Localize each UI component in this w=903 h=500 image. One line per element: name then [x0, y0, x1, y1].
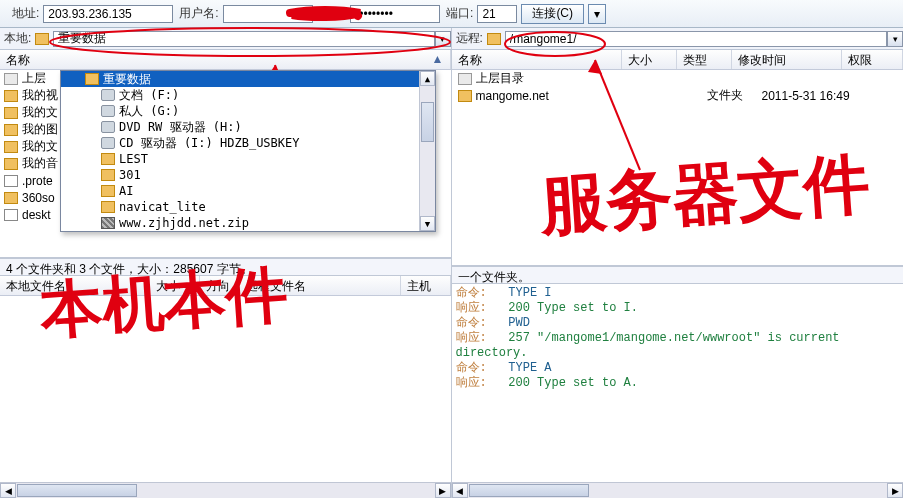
cell-mtime: 2011-5-31 16:49 — [756, 89, 866, 103]
dropdown-item[interactable]: DVD RW 驱动器 (H:) — [61, 119, 419, 135]
col-size[interactable]: 大小 — [150, 276, 200, 295]
item-icon — [4, 73, 18, 85]
transfer-queue-body[interactable] — [0, 296, 451, 483]
item-icon — [4, 175, 18, 187]
item-icon — [4, 90, 18, 102]
sort-asc-icon: ▲ — [432, 52, 444, 66]
table-row[interactable]: mangome.net文件夹2011-5-31 16:49 — [452, 87, 904, 104]
list-item[interactable]: 360so — [0, 189, 58, 206]
local-file-area[interactable]: 上层我的视我的文我的图我的文我的音.prote360sodeskt 重要数据文档… — [0, 70, 451, 258]
cell-type: 文件夹 — [701, 87, 756, 104]
remote-status-bar: 一个文件夹。 — [452, 266, 904, 284]
item-label: 上层 — [22, 70, 46, 87]
dropdown-scrollbar[interactable]: ▲ ▼ — [419, 71, 435, 231]
remote-path-input[interactable] — [505, 31, 887, 47]
log-line: 响应: 257 "/mangome1/mangome.net/wwwroot" … — [456, 331, 900, 361]
connect-button[interactable]: 连接(C) — [521, 4, 584, 24]
item-icon — [101, 201, 115, 213]
connect-dropdown-button[interactable]: ▾ — [588, 4, 606, 24]
col-type[interactable]: 类型 — [677, 50, 732, 69]
col-size[interactable]: 大小 — [622, 50, 677, 69]
log-line: 响应: 200 Type set to A. — [456, 376, 900, 391]
col-mtime[interactable]: 修改时间 — [732, 50, 842, 69]
dropdown-item[interactable]: 文档 (F:) — [61, 87, 419, 103]
col-remotefile[interactable]: 远程文件名 — [240, 276, 401, 295]
remote-path-dropdown[interactable]: ▾ — [887, 31, 903, 47]
username-input[interactable] — [223, 5, 313, 23]
item-label: 我的视 — [22, 87, 58, 104]
item-label: navicat_lite — [119, 200, 206, 214]
password-input[interactable] — [350, 5, 440, 23]
local-hscrollbar[interactable]: ◀ ▶ — [0, 482, 451, 498]
item-icon — [85, 73, 99, 85]
transfer-queue-header: 本地文件名 大小 方向 远程文件名 主机 — [0, 276, 451, 296]
col-localfile[interactable]: 本地文件名 — [0, 276, 150, 295]
scroll-left-icon[interactable]: ◀ — [452, 483, 468, 498]
list-item[interactable]: 上层 — [0, 70, 58, 87]
pass-label: 密码: — [319, 5, 346, 22]
local-pane: 本地: ▾ 名称 ▲ 上层我的视我的文我的图我的文我的音.prote360sod… — [0, 28, 452, 498]
cell-name: 上层目录 — [476, 70, 646, 87]
connection-bar: 地址: 用户名: 密码: 端口: 连接(C) ▾ — [0, 0, 903, 28]
col-host[interactable]: 主机 — [401, 276, 451, 295]
cell-name: mangome.net — [476, 89, 646, 103]
col-name[interactable]: 名称 — [452, 50, 622, 69]
local-path-dropdown[interactable]: ▾ — [435, 31, 451, 47]
local-list-header: 名称 ▲ — [0, 50, 451, 70]
scroll-right-icon[interactable]: ▶ — [435, 483, 451, 498]
dropdown-item[interactable]: CD 驱动器 (I:) HDZB_USBKEY — [61, 135, 419, 151]
list-item[interactable]: 我的文 — [0, 138, 58, 155]
dropdown-item[interactable]: AI — [61, 183, 419, 199]
item-icon — [101, 121, 115, 133]
item-label: www.zjhjdd.net.zip — [119, 216, 249, 230]
col-name[interactable]: 名称 ▲ — [0, 50, 451, 69]
dropdown-item[interactable]: www.zjhjdd.net.zip — [61, 215, 419, 231]
dropdown-item[interactable]: 301 — [61, 167, 419, 183]
user-label: 用户名: — [179, 5, 218, 22]
item-icon — [101, 185, 115, 197]
item-label: 文档 (F:) — [119, 87, 179, 104]
item-icon — [4, 141, 18, 153]
local-address-row: 本地: ▾ — [0, 28, 451, 50]
item-label: LEST — [119, 152, 148, 166]
ftp-log[interactable]: 命令: TYPE I响应: 200 Type set to I.命令: PWD响… — [452, 284, 904, 483]
col-perm[interactable]: 权限 — [842, 50, 904, 69]
item-label: 360so — [22, 191, 55, 205]
item-label: .prote — [22, 174, 53, 188]
scroll-up-icon[interactable]: ▲ — [420, 71, 435, 86]
scroll-left-icon[interactable]: ◀ — [0, 483, 16, 498]
list-item[interactable]: 我的文 — [0, 104, 58, 121]
item-label: 我的图 — [22, 121, 58, 138]
remote-label: 远程: — [456, 30, 483, 47]
item-label: 我的音 — [22, 155, 58, 172]
address-input[interactable] — [43, 5, 173, 23]
dropdown-item[interactable]: 私人 (G:) — [61, 103, 419, 119]
remote-file-area[interactable]: 上层目录mangome.net文件夹2011-5-31 16:49 — [452, 70, 904, 266]
scroll-down-icon[interactable]: ▼ — [420, 216, 435, 231]
folder-icon — [35, 33, 49, 45]
list-item[interactable]: .prote — [0, 172, 58, 189]
dropdown-item[interactable]: 重要数据 — [61, 71, 419, 87]
port-input[interactable] — [477, 5, 517, 23]
dropdown-item[interactable]: LEST — [61, 151, 419, 167]
table-row[interactable]: 上层目录 — [452, 70, 904, 87]
list-item[interactable]: 我的视 — [0, 87, 58, 104]
remote-hscrollbar[interactable]: ◀ ▶ — [452, 482, 904, 498]
item-icon — [101, 137, 115, 149]
item-icon — [458, 73, 472, 85]
local-path-dropdown-panel[interactable]: 重要数据文档 (F:)私人 (G:)DVD RW 驱动器 (H:)CD 驱动器 … — [60, 70, 436, 232]
list-item[interactable]: 我的音 — [0, 155, 58, 172]
item-label: deskt — [22, 208, 51, 222]
list-item[interactable]: 我的图 — [0, 121, 58, 138]
log-line: 响应: 200 Type set to I. — [456, 301, 900, 316]
scroll-thumb[interactable] — [421, 102, 434, 142]
hscroll-thumb[interactable] — [17, 484, 137, 497]
addr-label: 地址: — [12, 5, 39, 22]
hscroll-thumb[interactable] — [469, 484, 589, 497]
dropdown-item[interactable]: navicat_lite — [61, 199, 419, 215]
scroll-right-icon[interactable]: ▶ — [887, 483, 903, 498]
item-label: 私人 (G:) — [119, 103, 179, 120]
col-direction[interactable]: 方向 — [200, 276, 240, 295]
list-item[interactable]: deskt — [0, 206, 58, 223]
local-path-input[interactable] — [53, 31, 434, 47]
